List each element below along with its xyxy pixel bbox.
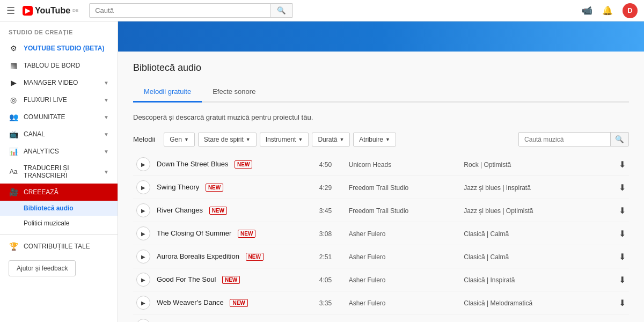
download-button[interactable]: ⬇ [619, 298, 626, 308]
sidebar-label-fluxuri: FLUXURI LIVE [24, 96, 98, 104]
chevron-down-icon: ▼ [339, 137, 344, 142]
channel-icon: 📺 [9, 130, 18, 138]
song-artist: Asher Fulero [349, 230, 386, 238]
video-icon: ▶ [9, 78, 18, 87]
hamburger-menu-icon[interactable]: ☰ [6, 5, 15, 17]
sidebar-label-youtube-studio: YOUTUBE STUDIO (BETA) [24, 45, 109, 52]
song-title: Web Weaver's Dance [157, 298, 224, 306]
song-genre: Jazz și blues | Inspirată [464, 184, 531, 192]
youtube-icon: ▶ [23, 6, 33, 16]
song-duration: 4:05 [319, 276, 332, 284]
gen-filter-button[interactable]: Gen ▼ [164, 133, 195, 147]
song-duration: 3:45 [319, 207, 332, 215]
table-row: ▶ Down The Street Blues NEW 4:50 Unicorn… [133, 153, 629, 176]
chevron-down-icon: ▼ [104, 149, 109, 155]
live-icon: ◎ [9, 96, 18, 104]
song-genre: Rock | Optimistă [464, 161, 511, 169]
song-duration: 4:50 [319, 161, 332, 169]
layout: STUDIO DE CREAȚIE ⚙ YOUTUBE STUDIO (BETA… [0, 21, 644, 322]
new-badge: NEW [235, 160, 252, 169]
sidebar-item-traduceri[interactable]: Aa TRADUCERI ȘI TRANSCRIERI ▼ [0, 160, 118, 184]
tab-melodii-gratuite[interactable]: Melodii gratuite [133, 82, 202, 103]
sidebar-item-tablou-de-bord[interactable]: ▦ TABLOU DE BORD [0, 57, 118, 74]
sidebar-item-contributiile[interactable]: 🏆 CONTRIBUȚIILE TALE [0, 238, 118, 255]
download-button[interactable]: ⬇ [619, 275, 626, 285]
chevron-down-icon: ▼ [104, 97, 109, 103]
stare-filter-button[interactable]: Stare de spirit ▼ [198, 133, 257, 147]
song-genre: Clasică | Inspirată [464, 276, 515, 284]
play-button[interactable]: ▶ [136, 157, 150, 171]
sidebar-item-biblioteca-audio[interactable]: Bibliotecă audio [0, 201, 118, 216]
sidebar-item-fluxuri-live[interactable]: ◎ FLUXURI LIVE ▼ [0, 91, 118, 108]
sidebar-footer: Ajutor și feedback [0, 255, 118, 282]
play-button[interactable]: ▶ [136, 250, 150, 264]
trophy-icon: 🏆 [9, 242, 18, 251]
sidebar-item-canal[interactable]: 📺 CANAL ▼ [0, 126, 118, 143]
filter-bar: Melodii Gen ▼ Stare de spirit ▼ Instrume… [133, 132, 629, 147]
song-genre: Clasică | Melodramatică [464, 299, 532, 307]
sidebar-item-politici-muzicale[interactable]: Politici muzicale [0, 216, 118, 231]
sidebar-label-tablou: TABLOU DE BORD [24, 62, 109, 69]
play-button[interactable]: ▶ [136, 203, 150, 217]
song-artist: Asher Fulero [349, 276, 386, 284]
sidebar-divider [0, 234, 118, 235]
help-feedback-button[interactable]: Ajutor și feedback [9, 260, 76, 276]
sidebar-item-youtube-studio[interactable]: ⚙ YOUTUBE STUDIO (BETA) [0, 40, 118, 57]
play-button[interactable]: ▶ [136, 319, 150, 322]
sidebar-item-comunitate[interactable]: 👥 COMUNITATE ▼ [0, 108, 118, 126]
music-table: ▶ Down The Street Blues NEW 4:50 Unicorn… [133, 153, 629, 322]
chevron-down-icon: ▼ [385, 137, 390, 142]
content-area: Bibliotecă audio Melodii gratuite Efecte… [118, 52, 644, 322]
instrument-filter-button[interactable]: Instrument ▼ [260, 133, 309, 147]
download-button[interactable]: ⬇ [619, 206, 626, 216]
tab-efecte-sonore[interactable]: Efecte sonore [202, 82, 266, 103]
atribuire-label: Atribuire [359, 136, 383, 143]
atribuire-filter-button[interactable]: Atribuire ▼ [353, 133, 396, 147]
download-button[interactable]: ⬇ [619, 182, 626, 193]
download-button[interactable]: ⬇ [619, 229, 626, 239]
bell-icon[interactable]: 🔔 [602, 5, 613, 16]
gear-icon: ⚙ [9, 44, 18, 53]
tabs: Melodii gratuite Efecte sonore [133, 82, 629, 103]
community-icon: 👥 [9, 113, 18, 121]
download-button[interactable]: ⬇ [619, 252, 626, 262]
play-button[interactable]: ▶ [136, 296, 150, 310]
table-row: ▶ Web Weaver's Dance NEW 3:35 Asher Fule… [133, 291, 629, 314]
download-button[interactable]: ⬇ [619, 159, 626, 170]
sidebar-item-manager-video[interactable]: ▶ MANAGER VIDEO ▼ [0, 74, 118, 91]
top-navigation: ☰ ▶ YouTube DE 🔍 📹 🔔 D [0, 0, 644, 21]
sidebar-item-analytics[interactable]: 📊 ANALYTICS ▼ [0, 143, 118, 160]
search-music-input[interactable] [519, 133, 610, 146]
song-duration: 2:51 [319, 253, 332, 261]
new-badge: NEW [222, 276, 240, 284]
durata-filter-button[interactable]: Durată ▼ [312, 133, 350, 147]
song-title: Good For The Soul [157, 275, 216, 283]
song-title: The Closing Of Summer [157, 229, 231, 237]
play-button[interactable]: ▶ [136, 273, 150, 287]
search-button[interactable]: 🔍 [270, 4, 292, 17]
chevron-down-icon: ▼ [104, 80, 109, 86]
search-music-button[interactable]: 🔍 [610, 133, 628, 146]
chevron-down-icon: ▼ [246, 137, 251, 142]
new-badge: NEW [206, 184, 223, 192]
song-genre: Jazz și blues | Optimistă [464, 207, 533, 215]
sidebar-label-politici: Politici muzicale [24, 219, 69, 227]
sidebar-label-analytics: ANALYTICS [24, 148, 98, 155]
song-genre: Clasică | Calmă [464, 230, 509, 238]
table-row: ▶ Swing Theory NEW 4:29 Freedom Trail St… [133, 176, 629, 199]
avatar[interactable]: D [623, 3, 638, 18]
song-duration: 3:35 [319, 299, 332, 307]
play-button[interactable]: ▶ [136, 180, 150, 194]
play-button[interactable]: ▶ [136, 226, 150, 240]
sidebar-item-creeaza[interactable]: 🎥 CREEEAZĂ [0, 184, 118, 201]
search-icon: 🔍 [615, 135, 624, 143]
page-title: Bibliotecă audio [133, 62, 629, 74]
video-camera-icon[interactable]: 📹 [582, 5, 592, 16]
youtube-logo: ▶ YouTube DE [23, 6, 78, 16]
search-input[interactable] [90, 4, 270, 17]
search-icon: 🔍 [277, 6, 286, 14]
song-title: River Changes [157, 206, 203, 214]
chevron-down-icon: ▼ [184, 137, 189, 142]
create-icon: 🎥 [9, 188, 18, 196]
new-badge: NEW [209, 207, 227, 215]
